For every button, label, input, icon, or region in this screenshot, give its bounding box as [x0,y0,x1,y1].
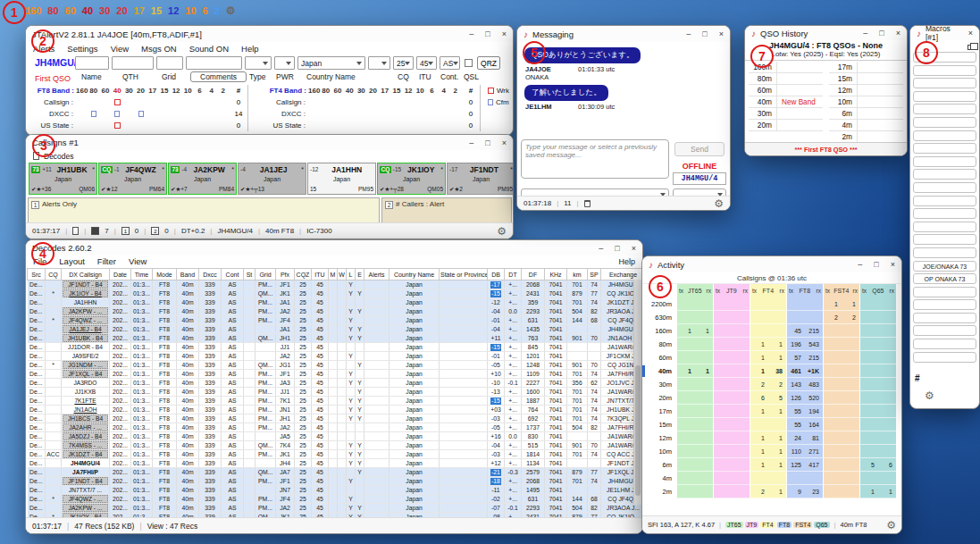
mode-chip-ft8[interactable]: FT8 [777,522,792,528]
menu-item-layout[interactable]: Layout [59,256,85,266]
table-row[interactable]: De...JN7TXT/7 ...202...01:3...FT840m339A… [28,486,644,495]
table-row[interactable]: De...JA2KPW - ...202...01:3...FT840m339A… [28,504,644,513]
dx-callsign-cell[interactable]: JA7FHI/P [63,468,108,476]
column-header[interactable]: W [338,269,347,280]
qth-field[interactable] [112,56,154,70]
column-header[interactable]: Mode [153,269,177,280]
table-row[interactable]: De...JA2AHR - ...202...01:3...FT840m339A… [28,423,644,432]
column-header[interactable]: Cont [222,269,244,280]
page-icon[interactable] [72,227,79,235]
band-bar-item[interactable]: 2 [214,5,220,16]
pwr-select[interactable] [274,56,295,70]
dx-callsign-cell[interactable]: JA2KPW - ... [63,504,108,512]
macro-button[interactable] [913,325,976,336]
callsign-tile[interactable]: CQ-1JF4QWZ*Japan✔★ 12PM64 [98,163,167,195]
close-icon[interactable]: × [896,29,900,38]
macro-button[interactable]: OP ONAKA 73 [913,273,976,284]
gear-icon[interactable]: ⚙ [925,390,934,401]
column-header[interactable]: E [356,269,364,280]
dx-callsign-cell[interactable]: JN1AOH [63,406,108,414]
column-header[interactable]: Time [131,269,153,280]
column-header[interactable]: L [347,269,356,280]
table-row[interactable]: De...*JG1NDM - ...202...01:3...FT840m339… [28,361,644,370]
macro-button[interactable] [913,52,976,63]
macros-titlebar[interactable]: ♪ Macros [#1] × [910,26,979,40]
macro-button[interactable] [913,65,976,76]
table-row[interactable]: De...JA5DZJ - B4202...01:3...FT840m339AS… [28,432,644,441]
activity-row[interactable]: 630m22 [642,311,901,324]
cont-select[interactable]: AS [440,56,460,70]
maximize-icon[interactable]: □ [702,29,707,38]
message-history[interactable]: QSOありがとうございます。JA4JOE01:01:33 utcONAKA了解い… [521,44,728,137]
macro-button[interactable] [913,78,976,88]
activity-row[interactable]: 10m11110271 [642,445,901,458]
column-header[interactable]: DF [522,269,545,280]
macro-button[interactable] [913,196,976,206]
band-bar-item[interactable]: 40 [82,5,93,16]
gear-icon[interactable]: ⚙ [886,520,896,531]
dx-callsign-cell[interactable]: JA2KPW - ... [63,307,108,315]
macro-button[interactable] [913,117,976,128]
column-header[interactable]: ITU [312,269,329,280]
scrollbar-thumb[interactable] [635,365,641,496]
gear-icon[interactable]: ⚙ [497,226,507,237]
itu-select[interactable]: 45 [416,56,437,70]
activity-titlebar[interactable]: ♪ Activity – □ × [642,256,901,272]
close-icon[interactable]: × [632,244,636,253]
minimize-icon[interactable]: – [599,244,603,253]
dx-callsign-cell[interactable]: JA3RDO [63,379,108,387]
column-header[interactable]: KHz [545,269,567,280]
band-bar-item[interactable]: 80 [47,5,58,16]
dx-callsign-cell[interactable]: JH4MGU/4 [63,459,108,467]
band-bar-item[interactable]: 10 [185,5,196,16]
wanted-checkbox[interactable] [114,122,121,129]
table-row[interactable]: De...7K1FTE202...01:3...FT840m339ASPM...… [28,397,644,406]
dx-callsign-cell[interactable]: JF4QWZ - ... [63,495,108,503]
macro-button[interactable] [913,182,976,193]
macro-button[interactable] [913,299,976,310]
callsign-tile[interactable]: -12JA1HHNJapan15PM95 [307,163,376,195]
country-select[interactable]: Japan [297,56,365,70]
type-select[interactable] [245,56,272,70]
column-header[interactable]: DX Callsign [62,269,110,280]
callsign-tile[interactable]: CQ-15JK1IOY*Japan✔★+╤ 28QM05 [377,163,446,195]
mode-chip-fst4[interactable]: FST4 [793,522,812,528]
band-bar-item[interactable]: 12 [168,5,179,16]
callsigns-titlebar[interactable]: Callsigns #1 – □ × [26,135,513,150]
table-row[interactable]: De...JA9SFE/2202...01:3...FT840m339ASJA2… [28,352,644,361]
activity-row[interactable]: 40m11138461+1K [642,364,901,378]
column-header[interactable]: Alerts [364,269,389,280]
table-row[interactable]: De...JA1HHN202...01:3...FT840m339ASPM...… [28,298,644,307]
close-icon[interactable]: × [891,260,895,269]
menu-item-settings[interactable]: Settings [67,44,97,54]
maximize-icon[interactable]: □ [879,29,884,38]
mode-chip-ft4[interactable]: FT4 [760,522,775,528]
mode-chip-q65[interactable]: Q65 [814,522,829,528]
wanted-checkbox[interactable] [138,111,144,117]
trash-icon[interactable] [584,200,591,207]
table-row[interactable]: De...JA1JEJ - B4202...01:3...FT840m339AS… [28,325,644,334]
qrz-button[interactable]: QRZ [477,56,500,70]
table-row[interactable]: De...JJ1KXB202...01:3...FT840m339ASPM...… [28,388,644,397]
macro-button[interactable] [913,208,976,219]
dx-callsign-cell[interactable]: JF1NDT - B4 [63,477,108,485]
maximize-icon[interactable]: □ [485,138,490,147]
gear-icon[interactable]: ⚙ [226,5,236,16]
scrollbar[interactable] [633,280,641,505]
grid-field[interactable] [156,56,183,70]
column-header[interactable]: CQ [46,269,62,280]
macro-button[interactable] [913,130,976,141]
column-header[interactable]: DT [505,269,522,280]
wanted-checkbox[interactable] [91,111,96,117]
gear-icon[interactable]: ⚙ [714,198,724,209]
activity-row[interactable]: 60m1157215 [642,351,901,364]
activity-row[interactable]: 4m [642,472,901,485]
macro-button[interactable] [913,91,976,102]
activity-row[interactable]: 2200m11 [642,297,901,311]
table-row[interactable]: De...ACCJK1DZT - B4202...01:3...FT840m33… [28,450,644,459]
macro-button[interactable]: JOE/ONAKA 73 [913,261,976,272]
help-menu[interactable]: Help [618,257,635,266]
macro-button[interactable] [913,287,976,297]
table-row[interactable]: De...*JK1IOY - B4202...01:3...FT840m339A… [28,289,644,298]
table-row[interactable]: De...JF1XQL - B4202...01:3...FT840m339AS… [28,370,644,379]
